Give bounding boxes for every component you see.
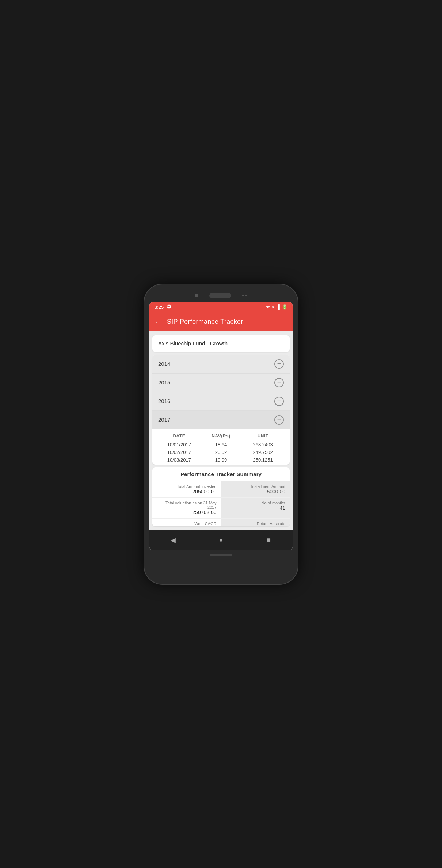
fund-name: Axis Bluechip Fund - Growth: [158, 340, 228, 346]
summary-cell-installment: Installment Amount 5000.00: [221, 481, 290, 497]
nav-bar: ◀ ● ■: [149, 530, 293, 550]
year-label-2017: 2017: [158, 417, 170, 423]
summary-cell-months: No of months 41: [221, 498, 290, 518]
return-value: 22.32: [273, 526, 285, 526]
status-time: 3:25: [155, 304, 164, 310]
year-row-2016[interactable]: 2016 +: [152, 392, 290, 410]
total-invested-value: 205000.00: [192, 489, 216, 494]
sensor-dot2: [245, 295, 247, 296]
collapse-icon-2017: −: [274, 415, 284, 425]
cagr-value: 12.01: [203, 526, 216, 526]
cagr-label: Weg. CAGR: [194, 522, 216, 526]
summary-cell-total-invested: Total Amount Invested 205000.00: [152, 481, 221, 497]
phone-top-hardware: [149, 291, 293, 302]
valuation-label: Total valuation as on 31 May 2017: [157, 501, 217, 509]
phone-device: 3:25 ▾ ▐ 🔋: [144, 284, 298, 584]
main-content: Axis Bluechip Fund - Growth 2014 + 2015 …: [149, 331, 293, 530]
year-row-2015[interactable]: 2015 +: [152, 373, 290, 392]
signal-icon: ▐: [277, 304, 280, 310]
wifi-icon: ▾: [265, 304, 275, 310]
expand-icon-2015: +: [274, 378, 284, 387]
year-row-2017[interactable]: 2017 −: [152, 410, 290, 429]
col-unit: UNIT: [242, 433, 284, 439]
installment-label: Installment Amount: [251, 484, 285, 489]
battery-icon: 🔋: [282, 304, 287, 310]
phone-screen: 3:25 ▾ ▐ 🔋: [149, 302, 293, 550]
year-row-2014[interactable]: 2014 +: [152, 355, 290, 373]
fund-card: Axis Bluechip Fund - Growth: [152, 335, 290, 352]
col-nav: NAV(Rs): [200, 433, 242, 439]
summary-cell-return: Return Absolute 22.32: [221, 519, 290, 526]
year-sections: 2014 + 2015 + 2016 + 2017 −: [152, 355, 290, 465]
expand-icon-2014: +: [274, 359, 284, 369]
expand-icon-2016: +: [274, 397, 284, 406]
row3-unit: 250.1251: [242, 457, 284, 463]
svg-marker-1: [265, 306, 271, 308]
app-bar: ← SIP Performance Tracker: [149, 312, 293, 331]
data-table-2017: DATE NAV(Rs) UNIT 10/01/2017 18.64 268.2…: [152, 429, 290, 465]
camera-dot: [195, 294, 198, 297]
nav-recent-button[interactable]: ■: [262, 534, 275, 547]
speaker-grille: [209, 293, 231, 298]
row3-nav: 19.99: [200, 457, 242, 463]
return-label: Return Absolute: [257, 522, 285, 526]
row2-nav: 20.02: [200, 450, 242, 455]
settings-icon: [167, 304, 172, 310]
year-label-2015: 2015: [158, 379, 170, 386]
back-button[interactable]: ←: [155, 318, 162, 326]
installment-value: 5000.00: [267, 489, 285, 494]
app-bar-title: SIP Performance Tracker: [167, 318, 243, 326]
year-label-2014: 2014: [158, 361, 170, 367]
row2-date: 10/02/2017: [158, 450, 200, 455]
row1-nav: 18.64: [200, 442, 242, 447]
summary-cell-cagr: Weg. CAGR 12.01: [152, 519, 221, 526]
valuation-value: 250762.00: [192, 509, 216, 515]
row1-unit: 268.2403: [242, 442, 284, 447]
summary-cell-valuation: Total valuation as on 31 May 2017 250762…: [152, 498, 221, 518]
col-date: DATE: [158, 433, 200, 439]
table-row: 10/03/2017 19.99 250.1251: [152, 456, 290, 464]
table-row: 10/01/2017 18.64 268.2403: [152, 441, 290, 448]
table-row: 10/04/2017 21.17 236.1833: [152, 464, 290, 465]
row1-date: 10/01/2017: [158, 442, 200, 447]
nav-home-button[interactable]: ●: [214, 534, 228, 547]
table-header: DATE NAV(Rs) UNIT: [152, 432, 290, 441]
nav-back-button[interactable]: ◀: [167, 534, 180, 547]
summary-row-1: Total Amount Invested 205000.00 Installm…: [152, 481, 290, 498]
total-invested-label: Total Amount Invested: [177, 484, 216, 489]
status-bar: 3:25 ▾ ▐ 🔋: [149, 302, 293, 312]
phone-bottom-hardware: [149, 550, 293, 558]
sensor-dot: [242, 295, 244, 296]
summary-row-3: Weg. CAGR 12.01 Return Absolute 22.32: [152, 519, 290, 526]
months-value: 41: [279, 505, 285, 511]
months-label: No of months: [262, 501, 285, 505]
row2-unit: 249.7502: [242, 450, 284, 455]
year-label-2016: 2016: [158, 398, 170, 404]
summary-title: Performance Tracker Summary: [152, 467, 290, 481]
summary-section: Performance Tracker Summary Total Amount…: [152, 467, 290, 526]
table-row: 10/02/2017 20.02 249.7502: [152, 448, 290, 456]
row3-date: 10/03/2017: [158, 457, 200, 463]
summary-row-2: Total valuation as on 31 May 2017 250762…: [152, 498, 290, 519]
